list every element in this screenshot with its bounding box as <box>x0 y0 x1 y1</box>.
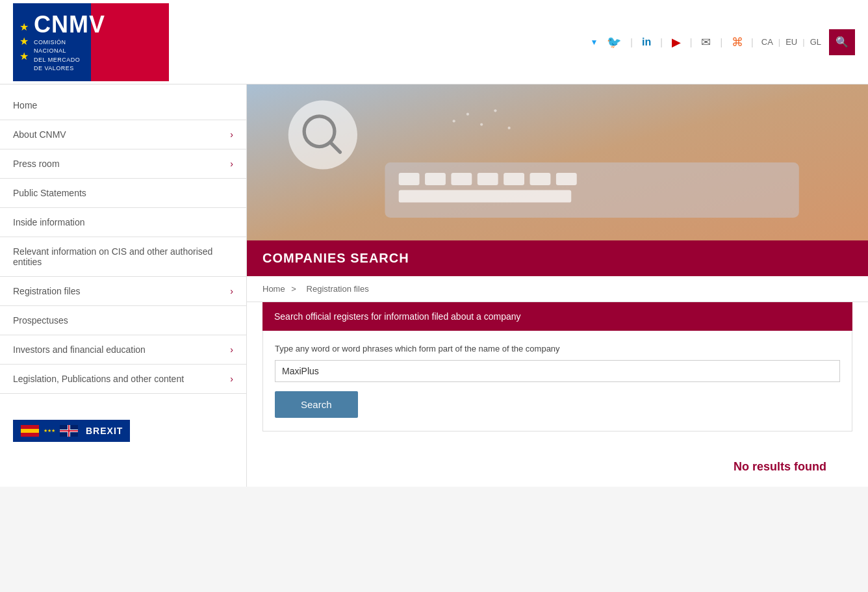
star-1: ★ <box>19 20 29 34</box>
breadcrumb-home[interactable]: Home <box>262 284 285 294</box>
logo-line3: del Mercado <box>34 56 105 65</box>
main-layout: Home About CNMV › Press room › Public St… <box>0 84 868 487</box>
sidebar-item-pressroom-label: Press room <box>13 159 60 169</box>
sidebar-item-registration-label: Registration files <box>13 286 81 296</box>
content-area: COMPANIES SEARCH Home > Registration fil… <box>247 84 868 487</box>
breadcrumb-separator: > <box>291 284 296 294</box>
divider-lang: | <box>751 37 754 47</box>
logo-box[interactable]: ★ ★ ★ CNMV Comisión Nacional del Mercado… <box>13 3 169 81</box>
hero-circle <box>288 100 357 169</box>
svg-point-5 <box>480 123 483 125</box>
logo-line4: de Valores <box>34 64 105 73</box>
svg-point-7 <box>508 127 511 129</box>
sidebar-item-legislation-label: Legislation, Publications and other cont… <box>13 374 184 384</box>
chevron-pressroom-icon: › <box>230 159 233 169</box>
lang-gl[interactable]: GL <box>810 37 821 47</box>
brexit-label: BREXIT <box>86 426 123 436</box>
email-icon[interactable]: ✉ <box>701 35 711 49</box>
breadcrumb: Home > Registration files <box>247 276 868 302</box>
hero-title: COMPANIES SEARCH <box>262 251 409 265</box>
logo-acronym: CNMV <box>34 11 105 38</box>
sidebar-item-home[interactable]: Home <box>0 91 246 120</box>
lang-links: CA | EU | GL <box>761 37 821 47</box>
sidebar-item-legislation[interactable]: Legislation, Publications and other cont… <box>0 365 246 394</box>
svg-rect-11 <box>451 173 472 185</box>
sidebar-item-prospectuses-label: Prospectuses <box>13 315 68 326</box>
svg-point-6 <box>494 109 496 112</box>
logo-area: ★ ★ ★ CNMV Comisión Nacional del Mercado… <box>13 3 169 81</box>
sidebar-item-prospectuses[interactable]: Prospectuses <box>0 306 246 335</box>
chevron-legislation-icon: › <box>230 374 233 384</box>
eu-flag-icon: ★★★ <box>40 425 58 437</box>
svg-rect-12 <box>478 173 498 185</box>
youtube-icon[interactable]: ▶ <box>672 35 681 49</box>
no-results-text: No results found <box>262 460 852 474</box>
header-icons: ▼ 🐦 | in | ▶ | ✉ | ⌘ <box>590 35 743 49</box>
star-3: ★ <box>19 49 29 64</box>
chevron-investors-icon: › <box>230 344 233 355</box>
sidebar-item-inside-info[interactable]: Inside information <box>0 208 246 237</box>
search-button[interactable]: Search <box>275 391 358 418</box>
svg-rect-14 <box>530 173 551 185</box>
linkedin-icon[interactable]: in <box>642 36 651 48</box>
brexit-flags: ★★★ <box>21 425 82 437</box>
divider-4: | <box>720 37 722 47</box>
header-right: ▼ 🐦 | in | ▶ | ✉ | ⌘ | CA | EU | GL 🔍 <box>590 29 855 55</box>
spain-flag-icon <box>21 425 39 437</box>
svg-point-4 <box>466 113 469 116</box>
logo-text-area: CNMV Comisión Nacional del Mercado de Va… <box>34 11 105 73</box>
svg-rect-16 <box>399 190 572 202</box>
sidebar-item-investors-label: Investors and financial education <box>13 344 146 355</box>
sidebar-item-about-label: About CNMV <box>13 129 66 140</box>
sidebar-item-home-label: Home <box>13 100 37 110</box>
svg-rect-10 <box>425 173 446 185</box>
page-header: ★ ★ ★ CNMV Comisión Nacional del Mercado… <box>0 0 868 84</box>
results-area: No results found <box>247 447 868 487</box>
company-search-input[interactable] <box>275 360 840 382</box>
search-section: Search official registers for informatio… <box>247 302 868 447</box>
sidebar-brexit: ★★★ BREXIT <box>0 407 246 455</box>
chevron-registration-icon: › <box>230 286 233 296</box>
sidebar-item-about[interactable]: About CNMV › <box>0 120 246 149</box>
search-form-box: Type any word or word phrases which form… <box>262 331 852 431</box>
star-2: ★ <box>19 34 29 49</box>
sidebar-item-public-statements[interactable]: Public Statements <box>0 179 246 208</box>
sidebar-item-public-statements-label: Public Statements <box>13 188 86 198</box>
sidebar: Home About CNMV › Press room › Public St… <box>0 84 247 487</box>
uk-flag-icon <box>60 425 78 437</box>
svg-rect-15 <box>556 173 577 185</box>
logo-subtext: Comisión Nacional del Mercado de Valores <box>34 38 105 73</box>
divider-2: | <box>660 37 663 47</box>
sidebar-item-inside-info-label: Inside information <box>13 217 85 227</box>
sidebar-item-cis[interactable]: Relevant information on CIS and other au… <box>0 237 246 277</box>
sidebar-item-registration[interactable]: Registration files › <box>0 277 246 306</box>
twitter-icon[interactable]: 🐦 <box>607 35 621 49</box>
sidebar-item-pressroom[interactable]: Press room › <box>0 149 246 179</box>
divider-1: | <box>630 37 633 47</box>
lang-eu[interactable]: EU <box>785 37 797 47</box>
divider-3: | <box>690 37 693 47</box>
rss-icon[interactable]: ⌘ <box>732 35 743 49</box>
hero-image <box>247 84 868 240</box>
hero-hands-bg <box>247 84 868 240</box>
logo-stars: ★ ★ ★ <box>19 20 29 64</box>
hero-title-bar: COMPANIES SEARCH <box>247 240 868 276</box>
svg-rect-9 <box>399 173 420 185</box>
breadcrumb-current: Registration files <box>307 284 369 294</box>
chevron-about-icon: › <box>230 129 233 140</box>
logo-line1: Comisión <box>34 38 105 47</box>
search-info-text: Search official registers for informatio… <box>274 311 521 322</box>
logo-line2: Nacional <box>34 47 105 56</box>
sidebar-item-investors[interactable]: Investors and financial education › <box>0 335 246 365</box>
search-form-label: Type any word or word phrases which form… <box>275 344 840 354</box>
svg-rect-13 <box>504 173 524 185</box>
hero-svg <box>247 84 868 240</box>
search-info-bar: Search official registers for informatio… <box>262 302 852 331</box>
sidebar-item-cis-label: Relevant information on CIS and other au… <box>13 246 233 267</box>
lang-ca[interactable]: CA <box>761 37 773 47</box>
twitter-dropdown-icon: ▼ <box>590 38 598 47</box>
header-search-button[interactable]: 🔍 <box>829 29 855 55</box>
svg-point-3 <box>453 120 455 122</box>
brexit-banner[interactable]: ★★★ BREXIT <box>13 420 130 442</box>
